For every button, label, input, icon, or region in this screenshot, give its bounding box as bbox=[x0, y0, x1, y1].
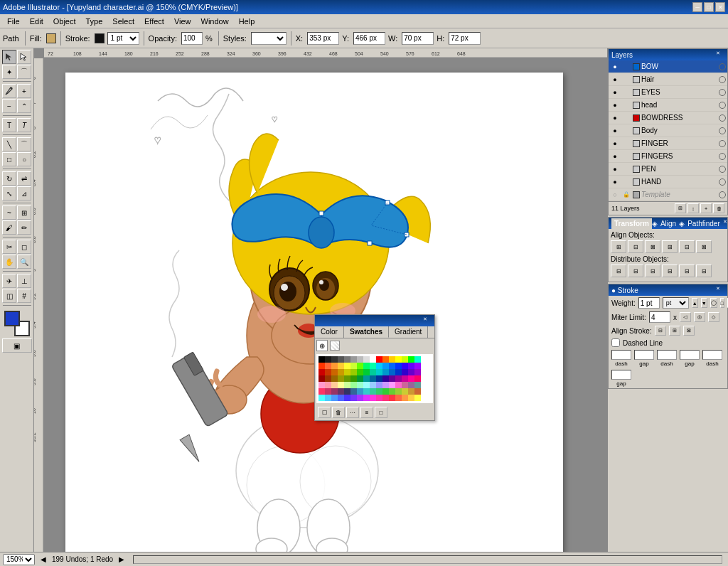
stroke-round-cap[interactable]: ◯ bbox=[710, 298, 717, 308]
align-top-btn[interactable]: ⊞ bbox=[662, 240, 678, 253]
swatch-13[interactable] bbox=[402, 356, 408, 363]
swatch-62[interactable] bbox=[408, 375, 414, 382]
align-center-h-btn[interactable]: ⊟ bbox=[628, 240, 643, 253]
swatch-46[interactable] bbox=[408, 369, 414, 375]
stroke-swatch[interactable] bbox=[95, 33, 105, 43]
direct-selection-tool[interactable] bbox=[17, 50, 31, 64]
align-bottom-btn[interactable]: ⊠ bbox=[696, 240, 712, 253]
scale-tool[interactable]: ⤡ bbox=[2, 186, 16, 201]
swatch-63[interactable] bbox=[414, 375, 421, 382]
add-anchor-tool[interactable]: + bbox=[17, 84, 31, 98]
swatch-61[interactable] bbox=[402, 375, 408, 382]
eyedropper-tool[interactable]: ✈ bbox=[2, 274, 16, 288]
swatch-4[interactable] bbox=[344, 356, 350, 363]
layer-eye-fingers[interactable]: ● bbox=[610, 151, 620, 161]
stroke-miter-input[interactable] bbox=[649, 311, 670, 323]
swatch-79[interactable] bbox=[414, 382, 421, 388]
align-right-btn[interactable]: ⊠ bbox=[645, 240, 660, 253]
swatch-97[interactable] bbox=[325, 395, 331, 401]
dist-bottom-btn[interactable]: ⊟ bbox=[696, 265, 712, 277]
swatch-81[interactable] bbox=[325, 388, 331, 395]
swatch-9[interactable] bbox=[376, 356, 382, 363]
swatch-38[interactable] bbox=[357, 369, 363, 375]
arc-tool[interactable]: ⌒ bbox=[17, 137, 31, 151]
swatch-31[interactable] bbox=[414, 363, 421, 369]
pathfinder-tab[interactable]: Pathfinder bbox=[685, 218, 723, 229]
stroke-weight-dropdown[interactable]: ptpxmm bbox=[663, 297, 689, 309]
swatch-45[interactable] bbox=[402, 369, 408, 375]
rotate-tool[interactable]: ↻ bbox=[2, 171, 16, 186]
align-left-btn[interactable]: ⊞ bbox=[611, 240, 626, 253]
layer-row-hair[interactable]: ● Hair bbox=[609, 73, 727, 86]
swatch-100[interactable] bbox=[344, 395, 350, 401]
fill-swatch[interactable] bbox=[46, 33, 56, 43]
maximize-button[interactable]: □ bbox=[704, 2, 714, 12]
swatch-84[interactable] bbox=[344, 388, 350, 395]
swatch-90[interactable] bbox=[382, 388, 389, 395]
reflect-tool[interactable]: ⇌ bbox=[17, 171, 31, 186]
layer-eye-hand[interactable]: ● bbox=[610, 177, 620, 187]
swatch-52[interactable] bbox=[344, 375, 350, 382]
swatch-110[interactable] bbox=[408, 395, 414, 401]
color-tab[interactable]: Color bbox=[315, 326, 344, 338]
swatch-41[interactable] bbox=[376, 369, 382, 375]
swatch-29[interactable] bbox=[402, 363, 408, 369]
minimize-button[interactable]: ─ bbox=[692, 2, 702, 12]
swatch-30[interactable] bbox=[408, 363, 414, 369]
swatch-0[interactable] bbox=[318, 356, 325, 363]
vertical-type-tool[interactable]: T bbox=[17, 118, 31, 132]
swatch-42[interactable] bbox=[382, 369, 389, 375]
layer-row-bow[interactable]: ● BOW bbox=[609, 60, 727, 73]
swatch-82[interactable] bbox=[331, 388, 338, 395]
menu-file[interactable]: File bbox=[3, 16, 24, 27]
dash-input-2[interactable] bbox=[657, 350, 677, 360]
dash-input-3[interactable] bbox=[702, 350, 722, 360]
swatch-12[interactable] bbox=[395, 356, 402, 363]
free-transform-tool[interactable]: ⊞ bbox=[17, 205, 31, 220]
gap-input-3[interactable] bbox=[611, 370, 631, 380]
swatch-73[interactable] bbox=[376, 382, 382, 388]
menu-view[interactable]: View bbox=[170, 16, 196, 27]
swatch-111[interactable] bbox=[414, 395, 421, 401]
opacity-input[interactable] bbox=[181, 32, 203, 45]
swatch-36[interactable] bbox=[344, 369, 350, 375]
ellipse-tool[interactable]: ○ bbox=[17, 152, 31, 166]
swatch-6[interactable] bbox=[357, 356, 363, 363]
layer-target-hand[interactable] bbox=[719, 178, 726, 186]
swatch-7[interactable] bbox=[363, 356, 370, 363]
swatch-23[interactable] bbox=[363, 363, 370, 369]
swatch-19[interactable] bbox=[338, 363, 344, 369]
swatch-98[interactable] bbox=[331, 395, 338, 401]
stroke-align-inside[interactable]: ⊞ bbox=[669, 326, 680, 336]
swatch-50[interactable] bbox=[331, 375, 338, 382]
shear-tool[interactable]: ⊿ bbox=[17, 186, 31, 201]
swatch-28[interactable] bbox=[395, 363, 402, 369]
w-input[interactable] bbox=[402, 32, 434, 45]
swatch-48[interactable] bbox=[318, 375, 325, 382]
layer-row-hand[interactable]: ● HAND bbox=[609, 176, 727, 188]
swatch-85[interactable] bbox=[350, 388, 357, 395]
x-input[interactable] bbox=[307, 32, 339, 45]
layer-target-finger[interactable] bbox=[719, 140, 726, 147]
selection-tool[interactable] bbox=[2, 50, 16, 64]
layer-eye-finger[interactable]: ● bbox=[610, 139, 620, 149]
layer-eye-body[interactable]: ● bbox=[610, 126, 620, 136]
swatch-56[interactable] bbox=[370, 375, 376, 382]
swatch-32[interactable] bbox=[318, 369, 325, 375]
layer-row-bowdress[interactable]: ● BOWDRESS bbox=[609, 112, 727, 124]
swatch-40[interactable] bbox=[370, 369, 376, 375]
stroke-bevel-join[interactable]: ◇ bbox=[708, 312, 719, 322]
swatch-22[interactable] bbox=[357, 363, 363, 369]
swatch-25[interactable] bbox=[376, 363, 382, 369]
stroke-width-dropdown[interactable]: 1 pt2 pt3 pt bbox=[107, 32, 139, 45]
layer-eye-bowdress[interactable]: ● bbox=[610, 113, 620, 123]
status-scrollbar[interactable] bbox=[133, 555, 722, 564]
swatch-18[interactable] bbox=[331, 363, 338, 369]
menu-effect[interactable]: Effect bbox=[140, 16, 168, 27]
align-center-v-btn[interactable]: ⊟ bbox=[679, 240, 695, 253]
layer-target-eyes[interactable] bbox=[719, 89, 726, 96]
stroke-miter-join[interactable]: ◁ bbox=[680, 312, 691, 322]
line-tool[interactable]: ╲ bbox=[2, 137, 16, 151]
zoom-dropdown[interactable]: 150%100%200% bbox=[3, 554, 35, 565]
swatch-87[interactable] bbox=[363, 388, 370, 395]
